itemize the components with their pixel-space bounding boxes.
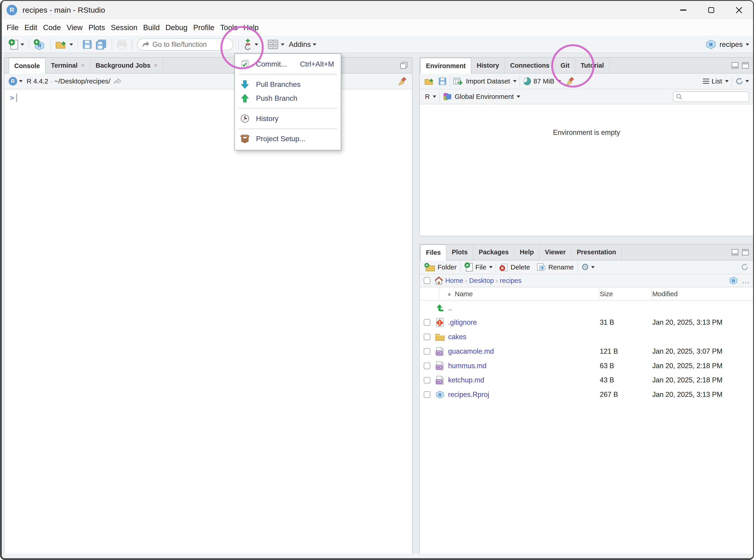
breadcrumb-home[interactable]: Home bbox=[445, 277, 463, 284]
menu-plots[interactable]: Plots bbox=[87, 23, 106, 32]
git-menu-item-history[interactable]: History bbox=[235, 112, 341, 125]
restore-panes-icon[interactable] bbox=[400, 62, 408, 69]
file-link[interactable]: recipes.Rproj bbox=[448, 391, 489, 399]
minimize-pane-icon[interactable] bbox=[731, 249, 739, 256]
language-selector[interactable]: R bbox=[425, 93, 430, 100]
tab-close-icon[interactable]: × bbox=[154, 62, 158, 69]
files-tab-help[interactable]: Help bbox=[514, 244, 539, 260]
files-tab-plots[interactable]: Plots bbox=[447, 244, 473, 260]
git-toolbar-button[interactable] bbox=[241, 38, 260, 51]
memory-usage-label[interactable]: 87 MiB bbox=[533, 77, 554, 85]
environment-search-box[interactable] bbox=[673, 92, 749, 102]
console-output[interactable]: > bbox=[4, 89, 412, 102]
files-tab-viewer[interactable]: Viewer bbox=[539, 244, 571, 260]
files-tab-presentation[interactable]: Presentation bbox=[571, 244, 622, 260]
save-all-button[interactable] bbox=[94, 39, 108, 50]
files-tab-files[interactable]: Files bbox=[420, 244, 447, 260]
files-table-header: ▲ Name Size Modified bbox=[420, 287, 754, 301]
tab-label: Git bbox=[560, 62, 570, 69]
minimize-button[interactable] bbox=[669, 1, 697, 19]
sort-ascending-icon[interactable]: ▲ bbox=[447, 291, 452, 297]
select-all-checkbox[interactable] bbox=[423, 277, 431, 284]
save-button[interactable] bbox=[81, 39, 94, 49]
addins-button[interactable]: Addins bbox=[286, 40, 318, 49]
menu-build[interactable]: Build bbox=[142, 23, 161, 32]
column-header-modified[interactable]: Modified bbox=[652, 290, 678, 298]
files-tab-packages[interactable]: Packages bbox=[473, 244, 514, 260]
tab-close-icon[interactable]: × bbox=[81, 62, 85, 69]
file-link[interactable]: .gitignore bbox=[448, 318, 477, 326]
minimize-pane-icon[interactable] bbox=[731, 62, 739, 69]
file-checkbox[interactable] bbox=[423, 391, 431, 398]
menu-profile[interactable]: Profile bbox=[192, 23, 216, 32]
environment-tab-connections[interactable]: Connections bbox=[505, 58, 555, 73]
file-checkbox[interactable] bbox=[423, 319, 431, 326]
load-workspace-icon[interactable] bbox=[424, 77, 435, 86]
environment-tab-environment[interactable]: Environment bbox=[420, 58, 471, 74]
tab-label: Tutorial bbox=[581, 62, 604, 69]
file-link[interactable]: hummus.md bbox=[448, 362, 487, 370]
maximize-pane-icon[interactable] bbox=[742, 249, 749, 256]
delete-label[interactable]: Delete bbox=[511, 263, 530, 271]
file-checkbox[interactable] bbox=[423, 348, 431, 355]
menu-edit[interactable]: Edit bbox=[23, 23, 39, 32]
column-header-size[interactable]: Size bbox=[600, 290, 613, 298]
menu-code[interactable]: Code bbox=[42, 23, 62, 32]
print-button[interactable] bbox=[115, 39, 129, 49]
environment-scope-label[interactable]: Global Environment bbox=[455, 93, 514, 100]
maximize-button[interactable] bbox=[697, 1, 725, 19]
file-link[interactable]: guacamole.md bbox=[448, 347, 494, 356]
environment-tab-history[interactable]: History bbox=[471, 58, 505, 73]
file-checkbox[interactable] bbox=[423, 377, 431, 384]
file-checkbox[interactable] bbox=[423, 334, 431, 340]
new-file-button[interactable] bbox=[6, 39, 25, 50]
menu-session[interactable]: Session bbox=[109, 23, 139, 32]
file-link[interactable]: cakes bbox=[448, 333, 467, 341]
close-button[interactable] bbox=[725, 1, 753, 19]
menu-tools[interactable]: Tools bbox=[219, 23, 239, 32]
project-menu-button[interactable]: R recipes bbox=[705, 39, 749, 50]
breadcrumb-recipes[interactable]: recipes bbox=[500, 277, 522, 284]
console-tab-console[interactable]: Console bbox=[8, 58, 46, 74]
git-menu-item-project-setup[interactable]: Project Setup... bbox=[235, 132, 341, 146]
environment-tab-git[interactable]: Git bbox=[555, 58, 575, 73]
file-checkbox[interactable] bbox=[423, 362, 431, 369]
file-link[interactable]: ketchup.md bbox=[448, 376, 484, 384]
refresh-icon[interactable] bbox=[735, 77, 743, 85]
r-version-caret[interactable] bbox=[19, 80, 23, 82]
breadcrumb-desktop[interactable]: Desktop bbox=[469, 277, 494, 284]
breadcrumb-more-button[interactable]: ... bbox=[742, 277, 750, 285]
git-menu-item-push-branch[interactable]: Push Branch bbox=[235, 92, 341, 105]
import-dataset-icon bbox=[453, 77, 464, 85]
files-refresh-icon[interactable] bbox=[740, 263, 749, 271]
import-dataset-label[interactable]: Import Dataset bbox=[466, 77, 510, 85]
console-tab-terminal[interactable]: Terminal× bbox=[46, 58, 90, 73]
push-icon bbox=[239, 94, 251, 103]
git-menu-item-commit[interactable]: Commit...Ctrl+Alt+M bbox=[235, 57, 341, 71]
clear-objects-icon[interactable] bbox=[566, 77, 575, 86]
clear-console-icon[interactable] bbox=[398, 77, 408, 86]
menu-help[interactable]: Help bbox=[242, 23, 260, 32]
more-options-gear-icon[interactable]: ⚙ bbox=[581, 262, 589, 272]
new-project-button[interactable]: R bbox=[32, 39, 47, 50]
menu-file[interactable]: File bbox=[5, 23, 20, 32]
menu-debug[interactable]: Debug bbox=[164, 23, 189, 32]
column-header-name[interactable]: Name bbox=[455, 290, 473, 298]
file-modified: Jan 20, 2025, 3:13 PM bbox=[652, 391, 722, 399]
file-link[interactable]: .. bbox=[448, 304, 452, 312]
list-view-label[interactable]: List bbox=[712, 77, 722, 85]
maximize-pane-icon[interactable] bbox=[742, 62, 749, 69]
open-file-button[interactable] bbox=[54, 39, 75, 50]
menu-view[interactable]: View bbox=[65, 23, 84, 32]
new-file-label[interactable]: File bbox=[475, 263, 486, 271]
goto-file-search[interactable]: Go to file/function bbox=[137, 38, 234, 51]
console-tab-background-jobs[interactable]: Background Jobs× bbox=[90, 58, 163, 73]
rename-label[interactable]: Rename bbox=[548, 263, 574, 271]
environment-tab-tutorial[interactable]: Tutorial bbox=[575, 58, 610, 73]
new-folder-label[interactable]: Folder bbox=[437, 263, 456, 271]
home-icon[interactable] bbox=[434, 277, 443, 285]
panes-layout-button[interactable] bbox=[266, 39, 286, 50]
git-menu-item-pull-branches[interactable]: Pull Branches bbox=[235, 77, 341, 92]
save-workspace-icon[interactable] bbox=[438, 77, 447, 85]
open-in-window-icon[interactable] bbox=[113, 78, 122, 85]
